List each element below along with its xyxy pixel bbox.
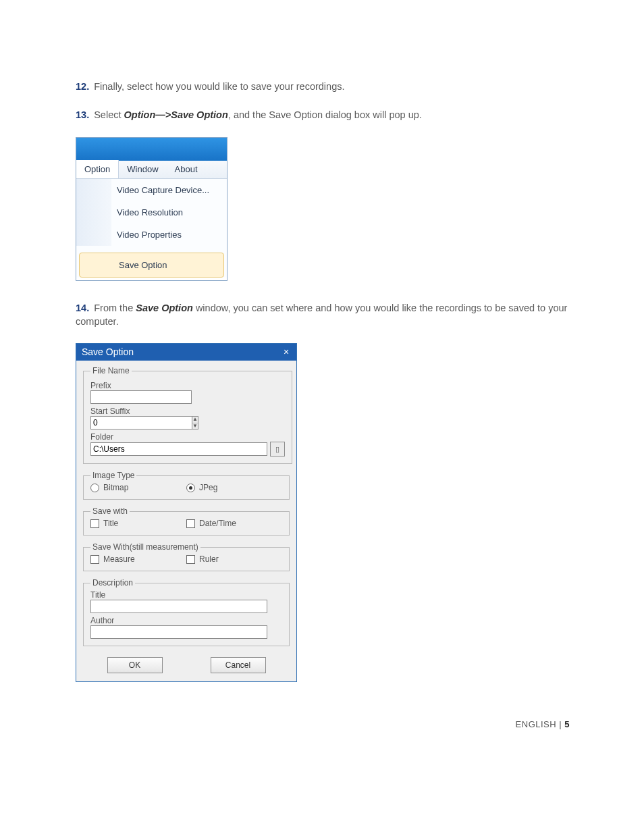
instruction-13: 13. Select Option—>Save Option, and the … [76,108,570,122]
spinner-down-icon[interactable]: ▼ [192,423,198,429]
radio-bitmap[interactable]: Bitmap [90,483,186,492]
menu-item-label: Save Option [112,253,223,277]
menubar: Option Window About [76,161,227,179]
file-name-legend: File Name [90,366,132,375]
image-type-group: Image Type Bitmap JPeg [83,471,290,500]
checkbox-icon [186,519,195,528]
browse-button[interactable]: ▯ [270,442,285,457]
prefix-label: Prefix [90,381,285,390]
menu-item-label: Video Resolution [111,201,227,224]
checkbox-icon [90,555,99,564]
menu-item-label: Video Capture Device... [111,179,227,201]
instruction-13-post: , and the Save Option dialog box will po… [228,109,422,120]
radio-jpeg[interactable]: JPeg [186,483,282,492]
description-title-input[interactable] [90,600,267,613]
instruction-13-bold: Option—>Save Option [124,109,228,120]
footer-page-number: 5 [564,719,570,729]
checkbox-measure[interactable]: Measure [90,554,186,564]
folder-label: Folder [90,432,285,442]
dropdown-separator [76,246,227,250]
instruction-12-text: Finally, select how you would like to sa… [94,81,344,92]
dropdown-gutter [76,201,111,224]
image-type-legend: Image Type [90,471,136,480]
menu-item-video-properties[interactable]: Video Properties [76,224,227,246]
save-with-legend: Save with [90,506,130,516]
instruction-12-number: 12. [76,81,89,92]
description-author-input[interactable] [90,625,267,639]
instruction-13-pre: Select [94,109,124,120]
instruction-14: 14. From the Save Option window, you can… [76,301,570,329]
dropdown-gutter [76,179,111,201]
folder-input[interactable] [90,442,267,456]
checkbox-measure-label: Measure [103,554,135,564]
ok-button[interactable]: OK [107,657,163,673]
dropdown-gutter [76,224,111,246]
option-dropdown: Video Capture Device... Video Resolution… [76,179,227,278]
start-suffix-spinner[interactable]: ▲ ▼ [90,416,192,429]
checkbox-title-label: Title [103,519,118,528]
start-suffix-label: Start Suffix [90,407,285,416]
menu-item-label: Video Properties [111,224,227,246]
radio-icon [186,484,195,492]
app-titlebar [76,138,227,161]
footer-language: ENGLISH [516,719,557,729]
instruction-14-pre: From the [94,303,136,313]
menu-item-video-resolution[interactable]: Video Resolution [76,201,227,224]
spinner-arrows[interactable]: ▲ ▼ [192,416,198,429]
checkbox-datetime[interactable]: Date/Time [186,519,282,528]
option-menu-screenshot: Option Window About Video Capture Device… [76,137,227,281]
save-with-still-legend: Save With(still measurement) [90,542,200,552]
dropdown-gutter [80,253,112,277]
footer-sep: | [556,719,564,729]
radio-jpeg-label: JPeg [199,483,217,492]
close-icon[interactable]: × [280,346,292,358]
description-author-label: Author [90,616,282,625]
save-with-group: Save with Title Date/Time [83,506,290,536]
menu-window[interactable]: Window [119,161,166,178]
file-name-group: File Name Prefix Start Suffix ▲ ▼ Folder… [83,366,292,464]
dialog-button-row: OK Cancel [83,653,290,673]
instruction-13-number: 13. [76,109,89,120]
checkbox-datetime-label: Date/Time [199,519,236,528]
prefix-input[interactable] [90,390,192,404]
description-legend: Description [90,578,135,588]
browse-icon: ▯ [275,445,279,454]
instruction-12: 12. Finally, select how you would like t… [76,80,570,93]
radio-bitmap-label: Bitmap [103,483,128,492]
checkbox-ruler-label: Ruler [199,554,219,564]
instruction-14-number: 14. [76,303,89,313]
dialog-title: Save Option [82,346,134,357]
start-suffix-input[interactable] [90,416,192,429]
dialog-titlebar: Save Option × [76,344,296,361]
menu-about[interactable]: About [167,161,206,178]
description-title-label: Title [90,590,282,600]
radio-icon [90,484,99,492]
instruction-14-bold: Save Option [136,303,193,313]
checkbox-title[interactable]: Title [90,519,186,528]
save-with-still-group: Save With(still measurement) Measure Rul… [83,542,290,571]
checkbox-ruler[interactable]: Ruler [186,554,282,564]
menu-item-save-option[interactable]: Save Option [79,253,224,278]
description-group: Description Title Author [83,578,290,646]
page-footer: ENGLISH | 5 [516,719,570,729]
checkbox-icon [186,555,195,564]
save-option-dialog: Save Option × File Name Prefix Start Suf… [76,343,297,682]
cancel-button[interactable]: Cancel [211,657,266,673]
checkbox-icon [90,519,99,528]
menu-option[interactable]: Option [76,160,119,178]
menu-item-video-capture-device[interactable]: Video Capture Device... [76,179,227,201]
